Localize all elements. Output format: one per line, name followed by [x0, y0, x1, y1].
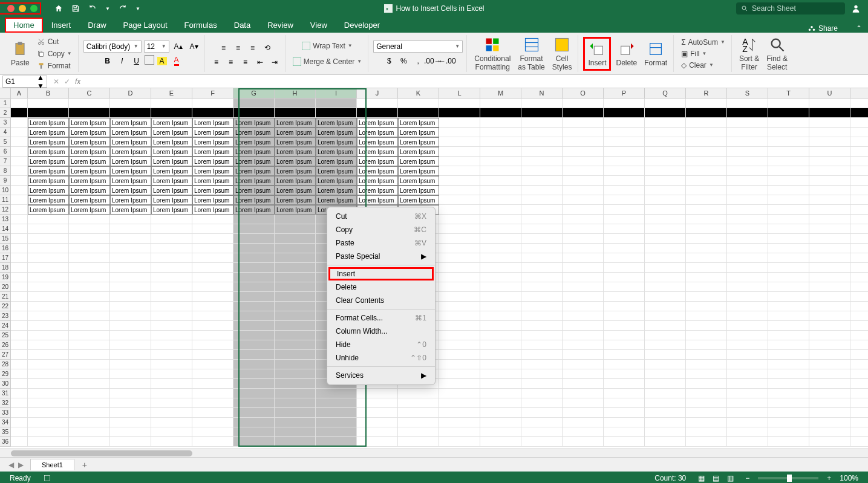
cell-J11[interactable]: Lorem Ipsum	[357, 195, 398, 205]
cell-S22[interactable]	[727, 302, 768, 311]
cell-Q28[interactable]	[645, 360, 686, 369]
column-header-N[interactable]: N	[521, 88, 563, 99]
cell-N29[interactable]	[521, 369, 563, 379]
copy-button[interactable]: Copy▼	[34, 48, 74, 59]
cell-P13[interactable]	[604, 215, 645, 224]
cell-B7[interactable]: Lorem Ipsum	[28, 157, 69, 166]
cell-K34[interactable]	[398, 418, 439, 427]
decrease-decimal-button[interactable]: ←.00	[440, 55, 454, 67]
cell-E26[interactable]	[151, 340, 192, 350]
cell-B16[interactable]	[28, 244, 69, 253]
cell-V14[interactable]	[850, 224, 868, 234]
cell-L13[interactable]	[439, 215, 480, 224]
cell-L5[interactable]	[439, 137, 480, 147]
cell-I35[interactable]	[316, 427, 357, 437]
cell-G4[interactable]: Lorem Ipsum	[233, 128, 275, 137]
cell-V5[interactable]	[850, 137, 868, 147]
cell-O3[interactable]	[563, 118, 604, 128]
cell-H32[interactable]	[275, 398, 316, 408]
cell-M15[interactable]	[480, 234, 521, 244]
row-header-17[interactable]: 17	[0, 253, 11, 263]
cell-N9[interactable]	[521, 176, 563, 186]
cell-H28[interactable]	[275, 360, 316, 369]
cell-U21[interactable]	[809, 292, 850, 302]
cell-T7[interactable]	[768, 157, 809, 166]
cell-L12[interactable]	[439, 205, 480, 215]
cell-A25[interactable]	[11, 331, 28, 340]
cell-C31[interactable]	[69, 389, 110, 398]
cell-Q32[interactable]	[645, 398, 686, 408]
cell-L17[interactable]	[439, 253, 480, 263]
cell-U1[interactable]	[809, 99, 850, 108]
cell-E9[interactable]: Lorem Ipsum	[151, 176, 192, 186]
cell-E18[interactable]	[151, 263, 192, 273]
cell-R21[interactable]	[686, 292, 727, 302]
cell-U5[interactable]	[809, 137, 850, 147]
close-window-button[interactable]	[7, 5, 15, 12]
cell-C36[interactable]	[69, 437, 110, 447]
scroll-thumb[interactable]	[11, 450, 192, 456]
column-header-F[interactable]: F	[192, 88, 233, 99]
cell-K33[interactable]	[398, 408, 439, 418]
cell-Q27[interactable]	[645, 350, 686, 360]
cell-N22[interactable]	[521, 302, 563, 311]
cell-E4[interactable]: Lorem Ipsum	[151, 128, 192, 137]
cell-D13[interactable]	[110, 215, 151, 224]
cell-D12[interactable]: Lorem Ipsum	[110, 205, 151, 215]
cell-I31[interactable]	[316, 389, 357, 398]
cell-U7[interactable]	[809, 157, 850, 166]
cell-T3[interactable]	[768, 118, 809, 128]
cell-A18[interactable]	[11, 263, 28, 273]
align-middle-button[interactable]: ≡	[232, 42, 245, 54]
cell-P34[interactable]	[604, 418, 645, 427]
cell-S21[interactable]	[727, 292, 768, 302]
cell-L8[interactable]	[439, 166, 480, 176]
cell-L34[interactable]	[439, 418, 480, 427]
fill-color-button[interactable]: A	[155, 55, 169, 67]
cell-M29[interactable]	[480, 369, 521, 379]
cell-P26[interactable]	[604, 340, 645, 350]
cell-G34[interactable]	[233, 418, 275, 427]
cell-P35[interactable]	[604, 427, 645, 437]
cell-H14[interactable]	[275, 224, 316, 234]
cell-R26[interactable]	[686, 340, 727, 350]
row-header-7[interactable]: 7	[0, 157, 11, 166]
select-all-corner[interactable]	[0, 88, 11, 99]
cell-O33[interactable]	[563, 408, 604, 418]
cell-U6[interactable]	[809, 147, 850, 157]
cell-L36[interactable]	[439, 437, 480, 447]
cell-P28[interactable]	[604, 360, 645, 369]
cell-B36[interactable]	[28, 437, 69, 447]
cell-K6[interactable]: Lorem Ipsum	[398, 147, 439, 157]
cell-T12[interactable]	[768, 205, 809, 215]
cm-services[interactable]: Services▶	[327, 369, 435, 382]
cell-F20[interactable]	[192, 282, 233, 292]
cm-cut[interactable]: Cut⌘X	[327, 210, 435, 223]
cell-M28[interactable]	[480, 360, 521, 369]
row-header-10[interactable]: 10	[0, 186, 11, 195]
cell-V11[interactable]	[850, 195, 868, 205]
column-header-S[interactable]: S	[727, 88, 768, 99]
cell-C22[interactable]	[69, 302, 110, 311]
cell-L15[interactable]	[439, 234, 480, 244]
cell-C4[interactable]: Lorem Ipsum	[69, 128, 110, 137]
column-header-G[interactable]: G	[233, 88, 275, 99]
cell-F32[interactable]	[192, 398, 233, 408]
cell-R32[interactable]	[686, 398, 727, 408]
cell-E24[interactable]	[151, 321, 192, 331]
cell-D29[interactable]	[110, 369, 151, 379]
decrease-font-button[interactable]: A▾	[188, 41, 201, 53]
cell-L3[interactable]	[439, 118, 480, 128]
number-format-selector[interactable]: General▼	[373, 41, 463, 53]
cell-O13[interactable]	[563, 215, 604, 224]
cell-R24[interactable]	[686, 321, 727, 331]
column-header-Q[interactable]: Q	[645, 88, 686, 99]
cell-M35[interactable]	[480, 427, 521, 437]
cell-S29[interactable]	[727, 369, 768, 379]
cell-D32[interactable]	[110, 398, 151, 408]
cell-M21[interactable]	[480, 292, 521, 302]
cell-D33[interactable]	[110, 408, 151, 418]
column-header-B[interactable]: B	[28, 88, 69, 99]
cell-M2[interactable]	[480, 108, 521, 118]
cell-D2[interactable]	[110, 108, 151, 118]
